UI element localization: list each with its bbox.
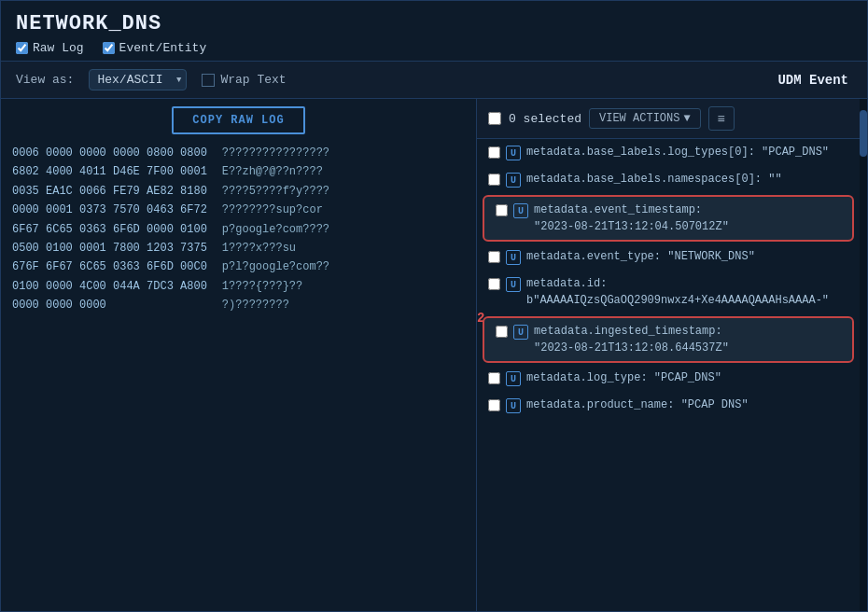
item-value-3: "2023-08-21T13:12:04.507012Z" — [534, 220, 729, 233]
copy-raw-log-button[interactable]: COPY RAW LOG — [172, 106, 304, 134]
view-actions-button[interactable]: VIEW ACTIONS ▼ — [589, 108, 701, 129]
checkboxes-row: Raw Log Event/Entity — [16, 41, 852, 55]
event-entity-label: Event/Entity — [119, 41, 207, 55]
filter-icon: ≡ — [718, 111, 725, 126]
item-text-1: metadata.base_labels.log_types[0]: "PCAP… — [526, 144, 848, 160]
item-key-4: metadata.event_type: — [526, 250, 667, 263]
item-key-8: metadata.product_name: — [526, 398, 681, 411]
item-key-1: metadata.base_labels.log_types[0]: — [526, 146, 762, 159]
item-text-3: metadata.event_timestamp: "2023-08-21T13… — [534, 202, 841, 235]
filter-button[interactable]: ≡ — [708, 106, 735, 131]
item-checkbox-4[interactable] — [488, 251, 500, 263]
item-value-4: "NETWORK_DNS" — [667, 250, 755, 263]
wrap-text-text: Wrap Text — [220, 73, 286, 87]
view-as-select[interactable]: Hex/ASCII Text Base64 — [89, 69, 187, 90]
item-key-7: metadata.log_type: — [526, 371, 654, 384]
wrap-text-label[interactable]: Wrap Text — [202, 73, 286, 87]
copy-btn-row: COPY RAW LOG — [12, 106, 465, 134]
app-container: NETWORK_DNS Raw Log Event/Entity View as… — [0, 0, 868, 612]
left-panel: COPY RAW LOG 0006 0000 0000 0000 0800 08… — [1, 99, 477, 611]
udm-event-label: UDM Event — [777, 73, 852, 88]
event-entity-checkbox-label[interactable]: Event/Entity — [103, 41, 207, 55]
header: NETWORK_DNS Raw Log Event/Entity — [1, 1, 867, 62]
item-value-2: "" — [768, 173, 781, 186]
item-icon-7: U — [506, 371, 521, 386]
item-text-7: metadata.log_type: "PCAP_DNS" — [526, 369, 848, 386]
raw-log-checkbox-label[interactable]: Raw Log — [16, 41, 84, 55]
view-as-label: View as: — [16, 73, 74, 87]
item-value-7: "PCAP_DNS" — [654, 371, 721, 384]
item-text-4: metadata.event_type: "NETWORK_DNS" — [526, 248, 848, 265]
item-icon-2: U — [506, 173, 521, 188]
view-actions-label: VIEW ACTIONS — [599, 112, 679, 125]
item-value-6: "2023-08-21T13:12:08.644537Z" — [534, 341, 729, 355]
select-all-checkbox[interactable] — [488, 112, 501, 125]
udm-list: U metadata.base_labels.log_types[0]: "PC… — [477, 139, 860, 419]
udm-item-3: U metadata.event_timestamp: "2023-08-21T… — [483, 195, 854, 242]
item-text-6: metadata.ingested_timestamp: "2023-08-21… — [534, 323, 841, 356]
item-value-8: "PCAP DNS" — [681, 398, 749, 411]
event-entity-checkbox[interactable] — [103, 42, 115, 54]
item-icon-5: U — [506, 277, 521, 292]
ascii-column: ???????????????? E??zh@?@??n???? ????5??… — [222, 144, 329, 315]
right-panel[interactable]: 0 selected VIEW ACTIONS ▼ ≡ U — [477, 99, 860, 611]
item-icon-6: U — [513, 325, 528, 340]
item-checkbox-5[interactable] — [488, 278, 500, 290]
right-panel-inner: 0 selected VIEW ACTIONS ▼ ≡ U — [477, 99, 860, 419]
item-checkbox-2[interactable] — [488, 174, 500, 186]
udm-item-8: U metadata.product_name: "PCAP DNS" — [477, 392, 860, 419]
item-text-2: metadata.base_labels.namespaces[0]: "" — [526, 171, 848, 188]
selected-count: 0 selected — [509, 112, 581, 126]
item-text-5: metadata.id: b"AAAAAIQzsQGaOQ2909nwxz4+X… — [526, 275, 848, 309]
udm-item-5: U metadata.id: b"AAAAAIQzsQGaOQ2909nwxz4… — [477, 271, 860, 314]
item-checkbox-6[interactable] — [496, 326, 508, 338]
wrap-text-checkbox[interactable] — [202, 74, 215, 87]
page-title: NETWORK_DNS — [16, 12, 852, 35]
item-checkbox-7[interactable] — [488, 372, 500, 384]
view-actions-chevron-icon: ▼ — [683, 112, 690, 125]
item-value-5: b"AAAAAIQzsQGaOQ2909nwxz4+Xe4AAAAQAAAHsA… — [526, 294, 829, 307]
item-checkbox-1[interactable] — [488, 146, 500, 159]
hex-column: 0006 0000 0000 0000 0800 0800 6802 4000 … — [12, 144, 207, 315]
item-key-6: metadata.ingested_timestamp: — [534, 325, 722, 338]
item-icon-1: U — [506, 146, 521, 160]
item-key-2: metadata.base_labels.namespaces[0]: — [526, 173, 768, 186]
scrollbar-track[interactable] — [860, 99, 867, 611]
toolbar: View as: Hex/ASCII Text Base64 Wrap Text… — [1, 62, 867, 99]
udm-item-4: U metadata.event_type: "NETWORK_DNS" — [477, 243, 860, 271]
scrollbar-thumb[interactable] — [860, 110, 867, 157]
item-icon-3: U — [513, 203, 528, 218]
udm-item-1: U metadata.base_labels.log_types[0]: "PC… — [477, 139, 860, 166]
hex-area: 0006 0000 0000 0000 0800 0800 6802 4000 … — [12, 144, 465, 315]
item-key-3: metadata.event_timestamp: — [534, 203, 702, 216]
item-icon-4: U — [506, 250, 521, 265]
item-value-1: "PCAP_DNS" — [762, 146, 829, 159]
udm-item-2: 1 U metadata.base_labels.namespaces[0]: … — [477, 166, 860, 193]
view-as-select-wrapper[interactable]: Hex/ASCII Text Base64 — [89, 69, 187, 90]
udm-toolbar: 0 selected VIEW ACTIONS ▼ ≡ — [477, 99, 860, 139]
item-icon-8: U — [506, 398, 521, 413]
raw-log-checkbox[interactable] — [16, 42, 28, 54]
item-text-8: metadata.product_name: "PCAP DNS" — [526, 396, 848, 413]
item-checkbox-8[interactable] — [488, 399, 500, 411]
udm-item-6: U metadata.ingested_timestamp: "2023-08-… — [483, 316, 854, 363]
raw-log-label: Raw Log — [33, 41, 84, 55]
item-key-5: metadata.id: — [526, 277, 607, 290]
udm-item-7: U metadata.log_type: "PCAP_DNS" — [477, 365, 860, 392]
item-checkbox-3[interactable] — [496, 204, 508, 216]
content-area: COPY RAW LOG 0006 0000 0000 0000 0800 08… — [1, 99, 867, 611]
